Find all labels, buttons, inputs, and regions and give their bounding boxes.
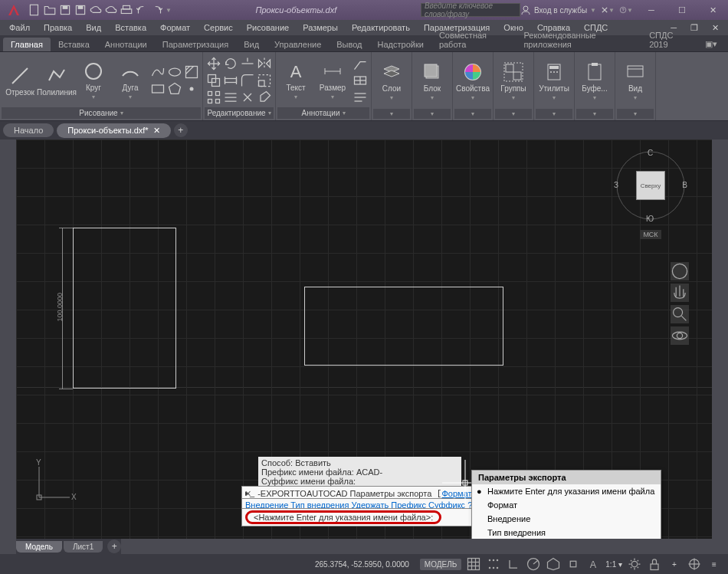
status-annoscale-icon[interactable]: A [585,556,601,572]
tool-offset-icon[interactable] [223,90,238,105]
menu-format[interactable]: Формат [154,21,196,34]
help-icon[interactable]: ?▼ [619,3,633,17]
layout-tab-sheet1[interactable]: Лист1 [64,541,103,553]
menu-modify[interactable]: Редактировать [346,21,416,34]
nav-zoom-icon[interactable] [671,305,689,323]
status-plus-icon[interactable]: + [667,556,682,572]
tool-leader-icon[interactable] [353,56,368,71]
tool-arc[interactable]: Дуга▾ [112,56,149,105]
ribbon-tab-manage[interactable]: Управление [267,38,329,51]
ribbon-expand-icon[interactable]: ▣▾ [697,37,725,51]
tool-dimension[interactable]: Размер▾ [314,56,351,105]
viewcube-top[interactable]: Сверху [636,171,665,200]
ribbon-tab-parametric[interactable]: Параметризация [155,38,236,51]
menu-edit[interactable]: Правка [38,21,78,34]
context-item-enter[interactable]: Нажмите Enter для указания имени файла [472,484,661,498]
panel-utils-title[interactable]: ▾ [536,109,572,119]
tool-spline-icon[interactable] [150,64,166,80]
context-item-format[interactable]: Формат [472,498,661,512]
tool-utilities[interactable]: Утилиты▾ [536,57,572,106]
tool-table-icon[interactable] [353,73,368,88]
panel-block-title[interactable]: ▾ [414,109,451,119]
tool-erase-icon[interactable] [257,90,272,105]
rectangle-1[interactable] [73,228,176,389]
panel-edit-title[interactable]: Редактирование▾ [205,107,274,119]
tool-ellipse-icon[interactable] [167,64,182,80]
status-space-button[interactable]: МОДЕЛЬ [420,559,461,570]
ribbon-tab-featured[interactable]: Рекомендованные приложения [516,28,641,51]
tool-hatch-icon[interactable] [184,64,199,80]
status-target-icon[interactable] [687,556,702,572]
viewcube[interactable]: С Ю З В Сверху МСК [612,147,689,239]
tool-layers[interactable]: Слои▾ [373,57,410,106]
status-lock-icon[interactable] [647,556,662,572]
status-iso-icon[interactable] [546,556,561,572]
exchange-icon[interactable]: ▼ [601,3,615,17]
qat-save-icon[interactable] [58,3,72,17]
search-input[interactable]: Введите ключевое слово/фразу [421,3,520,17]
tool-trim-icon[interactable] [240,56,255,71]
tool-rotate-icon[interactable] [223,56,238,71]
tool-polygon-icon[interactable] [167,81,182,97]
tool-explode-icon[interactable] [240,90,255,105]
tool-scale-icon[interactable] [257,73,272,88]
tool-stretch-icon[interactable] [223,73,238,88]
tool-mirror-icon[interactable] [257,56,272,71]
ribbon-tab-output[interactable]: Вывод [329,38,369,51]
panel-view-title[interactable]: ▾ [617,109,654,119]
panel-props-title[interactable]: ▾ [454,109,491,119]
tool-move-icon[interactable] [206,56,221,71]
status-snap-icon[interactable] [486,556,501,572]
panel-clipboard-title[interactable]: ▾ [576,109,613,119]
menu-insert[interactable]: Вставка [109,21,152,34]
context-item-embed[interactable]: Внедрение [472,512,661,526]
qat-open-icon[interactable] [43,3,57,17]
qat-dropdown-icon[interactable]: ▼ [166,7,172,14]
qat-redo-icon[interactable] [150,3,164,17]
tool-clipboard[interactable]: Буфе...▾ [576,57,613,106]
rectangle-2[interactable] [304,287,503,366]
menu-view[interactable]: Вид [80,21,107,34]
menu-dimensions[interactable]: Размеры [297,21,344,34]
viewcube-wcs[interactable]: МСК [640,230,661,239]
ribbon-tab-annotate[interactable]: Аннотации [97,38,155,51]
status-polar-icon[interactable] [526,556,541,572]
tool-text[interactable]: AТекст▾ [277,56,314,105]
ribbon-tab-addins[interactable]: Надстройки [370,38,431,51]
doc-tab-current[interactable]: Прокси-объекты.dxf*✕ [57,123,170,138]
context-item-embedtype[interactable]: Тип внедрения [472,526,661,539]
ribbon-tab-collab[interactable]: Совместная работа [431,28,516,51]
menu-doc-close[interactable]: ✕ [706,21,725,34]
panel-draw-title[interactable]: Рисование▾ [2,107,201,119]
minimize-button[interactable]: ─ [636,0,667,20]
menu-file[interactable]: Файл [3,21,36,34]
qat-new-icon[interactable] [28,3,41,17]
qat-undo-icon[interactable] [135,3,149,17]
layout-tab-add[interactable]: + [107,540,121,553]
doc-tab-close-icon[interactable]: ✕ [153,126,160,136]
nav-pan-icon[interactable] [671,284,689,302]
tool-fillet-icon[interactable] [240,73,255,88]
menu-service[interactable]: Сервис [198,21,239,34]
tool-rect-icon[interactable] [150,81,166,97]
ribbon-tab-view[interactable]: Вид [236,38,267,51]
nav-wheel-icon[interactable] [671,262,689,280]
panel-groups-title[interactable]: ▾ [495,109,532,119]
qat-cloud-save-icon[interactable] [104,3,118,17]
close-button[interactable]: ✕ [697,0,728,20]
status-scale[interactable]: 1:1 ▾ [605,560,622,569]
drawing-canvas[interactable]: document.write(Array.from({length:30},(_… [16,139,712,539]
doc-tab-add-button[interactable]: + [174,123,188,137]
tool-line[interactable]: Отрезок [2,56,38,105]
status-osnap-icon[interactable] [566,556,581,572]
maximize-button[interactable]: ☐ [667,0,697,20]
cmd-close-button[interactable]: ✕ [244,489,251,499]
qat-cloud-open-icon[interactable] [89,3,103,17]
panel-layers-title[interactable]: ▾ [373,109,410,119]
tool-view[interactable]: Вид▾ [617,57,654,106]
login-button[interactable]: Вход в службы ▼ [520,5,596,15]
tool-copy-icon[interactable] [206,73,221,88]
ribbon-tab-home[interactable]: Главная [3,38,51,51]
tool-point-icon[interactable] [184,81,199,97]
tool-array-icon[interactable] [206,90,221,105]
